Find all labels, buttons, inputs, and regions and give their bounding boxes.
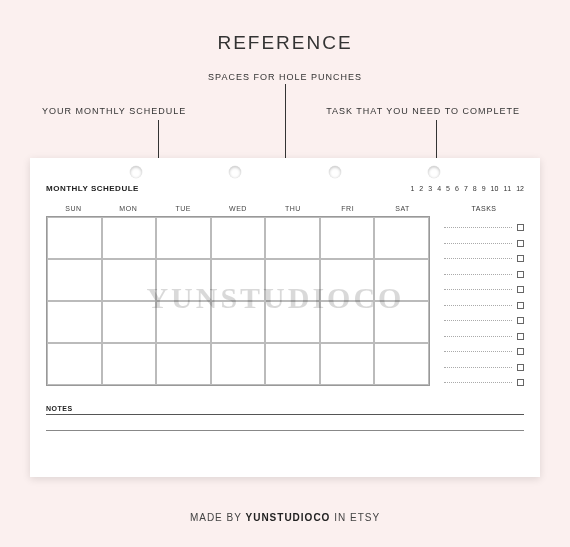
task-write-line: [444, 289, 512, 290]
footer-suffix: IN ETSY: [330, 512, 380, 523]
day-header: MON: [101, 205, 156, 216]
day-header: WED: [211, 205, 266, 216]
task-line: [444, 344, 524, 360]
annotation-hole-punches: SPACES FOR HOLE PUNCHES: [0, 72, 570, 82]
calendar-grid: [46, 216, 430, 386]
hole-punch: [428, 166, 440, 178]
tasks-panel: TASKS: [444, 205, 524, 391]
task-checkbox: [517, 240, 524, 247]
notes-heading: NOTES: [46, 405, 524, 415]
calendar-cell: [265, 217, 320, 259]
hole-punch: [329, 166, 341, 178]
month-number: 1: [410, 185, 414, 192]
day-header: TUE: [156, 205, 211, 216]
day-headers: SUNMONTUEWEDTHUFRISAT: [46, 205, 430, 216]
task-line: [444, 236, 524, 252]
footer-credit: MADE BY YUNSTUDIOCO IN ETSY: [0, 512, 570, 523]
calendar-cell: [320, 217, 375, 259]
calendar-cell: [102, 217, 157, 259]
task-line: [444, 267, 524, 283]
calendar-cell: [374, 343, 429, 385]
month-number: 2: [419, 185, 423, 192]
task-write-line: [444, 305, 512, 306]
task-line: [444, 375, 524, 391]
task-line: [444, 282, 524, 298]
month-number: 9: [482, 185, 486, 192]
day-header: FRI: [320, 205, 375, 216]
month-number: 8: [473, 185, 477, 192]
calendar-cell: [374, 259, 429, 301]
task-line: [444, 298, 524, 314]
tasks-heading: TASKS: [444, 205, 524, 212]
calendar-cell: [374, 301, 429, 343]
calendar-cell: [156, 301, 211, 343]
task-line: [444, 360, 524, 376]
footer-prefix: MADE BY: [190, 512, 246, 523]
task-line: [444, 313, 524, 329]
calendar-cell: [320, 259, 375, 301]
calendar-cell: [47, 217, 102, 259]
month-numbers: 123456789101112: [410, 185, 524, 192]
task-line: [444, 251, 524, 267]
task-checkbox: [517, 271, 524, 278]
sheet-heading: MONTHLY SCHEDULE: [46, 184, 139, 193]
calendar-cell: [320, 343, 375, 385]
month-number: 11: [503, 185, 511, 192]
calendar-cell: [156, 343, 211, 385]
task-write-line: [444, 243, 512, 244]
hole-punch-row: [86, 166, 484, 178]
task-checkbox: [517, 255, 524, 262]
planner-sheet: MONTHLY SCHEDULE 123456789101112 SUNMONT…: [30, 158, 540, 477]
day-header: SUN: [46, 205, 101, 216]
month-number: 5: [446, 185, 450, 192]
calendar-cell: [374, 217, 429, 259]
month-number: 3: [428, 185, 432, 192]
calendar-cell: [211, 301, 266, 343]
calendar-cell: [211, 217, 266, 259]
calendar-cell: [265, 343, 320, 385]
task-write-line: [444, 320, 512, 321]
annotation-monthly-schedule: YOUR MONTHLY SCHEDULE: [42, 106, 186, 116]
footer-brand: YUNSTUDIOCO: [246, 512, 331, 523]
calendar-cell: [265, 301, 320, 343]
calendar-cell: [102, 259, 157, 301]
task-line: [444, 329, 524, 345]
month-number: 10: [491, 185, 499, 192]
annotation-tasks: TASK THAT YOU NEED TO COMPLETE: [326, 106, 520, 116]
hole-punch: [130, 166, 142, 178]
month-number: 12: [516, 185, 524, 192]
task-write-line: [444, 351, 512, 352]
task-checkbox: [517, 302, 524, 309]
task-checkbox: [517, 333, 524, 340]
calendar-cell: [156, 217, 211, 259]
task-checkbox: [517, 224, 524, 231]
task-checkbox: [517, 364, 524, 371]
month-number: 4: [437, 185, 441, 192]
calendar-cell: [265, 259, 320, 301]
calendar-cell: [102, 301, 157, 343]
calendar-cell: [47, 259, 102, 301]
calendar-cell: [211, 343, 266, 385]
task-write-line: [444, 336, 512, 337]
task-write-line: [444, 227, 512, 228]
calendar-area: SUNMONTUEWEDTHUFRISAT: [46, 205, 430, 391]
notes-section: NOTES: [46, 405, 524, 431]
day-header: SAT: [375, 205, 430, 216]
calendar-cell: [47, 301, 102, 343]
task-checkbox: [517, 286, 524, 293]
month-number: 7: [464, 185, 468, 192]
task-checkbox: [517, 348, 524, 355]
task-write-line: [444, 367, 512, 368]
calendar-cell: [320, 301, 375, 343]
task-write-line: [444, 382, 512, 383]
task-checkbox: [517, 317, 524, 324]
month-number: 6: [455, 185, 459, 192]
calendar-cell: [211, 259, 266, 301]
calendar-cell: [47, 343, 102, 385]
task-write-line: [444, 258, 512, 259]
task-checkbox: [517, 379, 524, 386]
day-header: THU: [265, 205, 320, 216]
calendar-cell: [102, 343, 157, 385]
task-write-line: [444, 274, 512, 275]
calendar-cell: [156, 259, 211, 301]
